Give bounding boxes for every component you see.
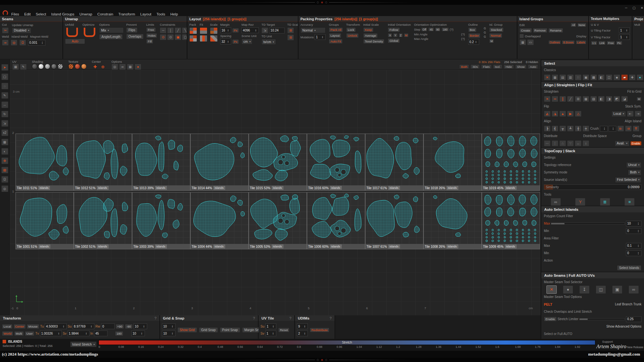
select-all-icon[interactable]: ■ xyxy=(613,74,620,80)
pivot-center-button[interactable]: Center xyxy=(14,324,26,329)
space-vertical-icon[interactable]: ↕ xyxy=(582,140,589,146)
stepper-icon[interactable] xyxy=(144,325,146,328)
uv-tile[interactable]: Tile 1006 60%islands xyxy=(307,192,365,249)
uv-canvas[interactable]: 3 cm 2 1 Tile 1011 51%islandsTile 1012 5… xyxy=(10,70,541,315)
weld-distance-input[interactable]: 0.001 xyxy=(28,40,45,46)
axis-y-toggle[interactable]: Y xyxy=(393,33,398,37)
step-u-input[interactable]: 10 xyxy=(134,323,147,329)
straighten-vertical-icon[interactable]: ║ xyxy=(559,96,566,102)
uv-tile[interactable]: Tile 1001 51%islands xyxy=(15,192,74,249)
select-grid-icon[interactable]: ▦ xyxy=(552,74,558,80)
fit-grid-icon[interactable]: ⊞ xyxy=(575,96,582,102)
tu-input[interactable]: 4.50003 xyxy=(45,323,67,329)
group-enable-button[interactable]: Enable xyxy=(630,141,641,145)
options-grid-icon[interactable]: ▦ xyxy=(127,64,134,70)
stepper-icon[interactable] xyxy=(304,325,307,328)
magnet-weld-icon[interactable]: Ω xyxy=(19,40,26,46)
udim-u-count-input[interactable]: 9 xyxy=(297,323,308,329)
maximize-button[interactable]: ▢ xyxy=(632,6,635,10)
stack-sym-left-icon[interactable]: ⇤ xyxy=(627,111,634,117)
uv-tile[interactable]: Tile 1005 53%islands xyxy=(249,192,307,249)
align-island-up-icon[interactable]: ⇈ xyxy=(633,125,639,132)
td-target-input[interactable]: 10.24 xyxy=(269,28,285,33)
crush-u-input[interactable] xyxy=(600,126,608,132)
fill-button[interactable]: Fill xyxy=(146,39,153,44)
align-center-v-icon[interactable]: ┿ xyxy=(582,125,589,132)
menu-island-groups[interactable]: Island Groups xyxy=(51,12,74,16)
step-180-button[interactable]: 180 xyxy=(441,27,449,32)
view-both-button[interactable]: Both xyxy=(459,64,469,69)
crush-v-input[interactable] xyxy=(609,126,616,132)
stepper-icon[interactable] xyxy=(63,325,65,328)
stretch-limiter-slider[interactable] xyxy=(579,318,625,320)
stepper-icon[interactable] xyxy=(322,36,324,39)
polygon-min-input[interactable]: 0 xyxy=(626,228,641,234)
seam-block-tool-icon[interactable]: ▣ xyxy=(612,285,622,294)
rw-input[interactable]: 0 xyxy=(101,323,115,329)
seam-cube-tool-icon[interactable]: ◫ xyxy=(596,285,606,294)
pic-button[interactable]: Pic xyxy=(616,41,622,45)
td-scale-down-icon[interactable]: ⊞ xyxy=(287,34,294,41)
holes-button[interactable]: Holes xyxy=(146,33,157,38)
select-pointer-tool[interactable]: ➤ xyxy=(1,64,8,71)
straighten-x-icon[interactable]: ✕ xyxy=(544,96,551,102)
stepper-icon[interactable] xyxy=(604,127,606,130)
stepper-icon[interactable] xyxy=(638,244,640,247)
shading-dark-sphere[interactable] xyxy=(51,64,57,69)
udim-v-count-input[interactable]: 2 xyxy=(297,330,308,336)
pin-active-icon[interactable]: ⊙ xyxy=(160,34,166,40)
auto-unwrap-button[interactable]: Auto xyxy=(65,39,85,44)
mirror-horizontal-icon[interactable]: ▲ xyxy=(559,111,566,117)
group-avail-dropdown[interactable]: Avail. xyxy=(615,141,629,146)
point-snap-button[interactable]: Point Snap xyxy=(220,327,240,333)
select-islands-button[interactable]: Select Islands xyxy=(617,265,641,271)
minimize-button[interactable]: ─ xyxy=(625,6,627,10)
marquee-select-tool[interactable]: ▢ xyxy=(1,73,8,80)
pack-all-button[interactable]: Pack All xyxy=(329,27,343,32)
hierarchy-tree-icon[interactable]: Y xyxy=(575,198,585,206)
uv-grid-icon[interactable]: ▦ xyxy=(12,64,19,70)
max-angle-help[interactable]: (?) xyxy=(461,37,465,41)
align-island-right-icon[interactable]: ⇉ xyxy=(625,125,632,132)
menu-transform[interactable]: Transform xyxy=(118,12,135,16)
remove-group-button[interactable]: Remove xyxy=(533,28,547,33)
view-flats-button[interactable]: Flats xyxy=(481,64,492,69)
pivot-tool[interactable]: ⊕ xyxy=(1,157,8,164)
center-pivot-icon[interactable]: ⊕ xyxy=(99,64,106,70)
stepper-icon[interactable] xyxy=(172,325,174,328)
axis-x-toggle[interactable]: X xyxy=(388,33,392,37)
fit-top-icon[interactable]: ◩ xyxy=(613,96,620,102)
axis-z-toggle[interactable]: Z xyxy=(399,33,403,37)
stepper-icon[interactable] xyxy=(42,41,44,44)
texture-red-sphere[interactable] xyxy=(75,64,80,69)
margin-px-button[interactable]: Px xyxy=(232,28,239,33)
leaf-option[interactable]: Leaf xyxy=(615,302,621,306)
step-off-button[interactable]: Off xyxy=(421,27,427,32)
trunk-option[interactable]: Trunk xyxy=(633,302,641,306)
flip-space-dropdown[interactable]: Local xyxy=(611,111,626,117)
td-unit-dropdown[interactable]: tx/cm xyxy=(261,39,276,45)
align-center-h-icon[interactable]: ╂ xyxy=(575,125,582,132)
uv-edit-icon[interactable]: ✎ xyxy=(20,64,27,70)
pivot-world-button[interactable]: World xyxy=(2,331,13,336)
fit-right-icon[interactable]: ◨ xyxy=(606,96,612,102)
distribute-horizontal-icon[interactable]: ⋯ xyxy=(544,140,551,146)
align-right-icon[interactable]: ┫ xyxy=(552,125,558,132)
seam-x-tool-icon[interactable]: ✕ xyxy=(546,285,557,294)
uv-tile[interactable]: Tile 1011 51%islands xyxy=(15,134,74,191)
uv-tile[interactable]: Tile 1017 61%islands xyxy=(365,134,423,191)
stacked-button[interactable]: Stacked xyxy=(489,27,503,32)
uv-tile[interactable]: Tile 1019 45%islands xyxy=(482,134,540,191)
stretch-limiter-input[interactable]: 0.25 xyxy=(626,316,641,322)
pelt-button[interactable]: PELT xyxy=(544,302,552,306)
ratio-button[interactable]: 1:1 xyxy=(591,41,597,45)
pin-tool[interactable]: ◎ xyxy=(1,185,8,192)
td-scale-up-icon[interactable]: ⊞ xyxy=(287,27,294,33)
view-show-button[interactable]: Show xyxy=(515,64,527,69)
tv-input[interactable]: 1.00326 xyxy=(40,330,62,336)
align-m-toggle[interactable]: M xyxy=(637,97,641,101)
texture-checker-sphere[interactable] xyxy=(68,64,74,69)
constraint-diagonal-icon[interactable]: ╱ xyxy=(175,27,181,33)
stepper-icon[interactable] xyxy=(58,332,61,335)
lasso-select-tool[interactable]: ◌ xyxy=(1,83,8,89)
